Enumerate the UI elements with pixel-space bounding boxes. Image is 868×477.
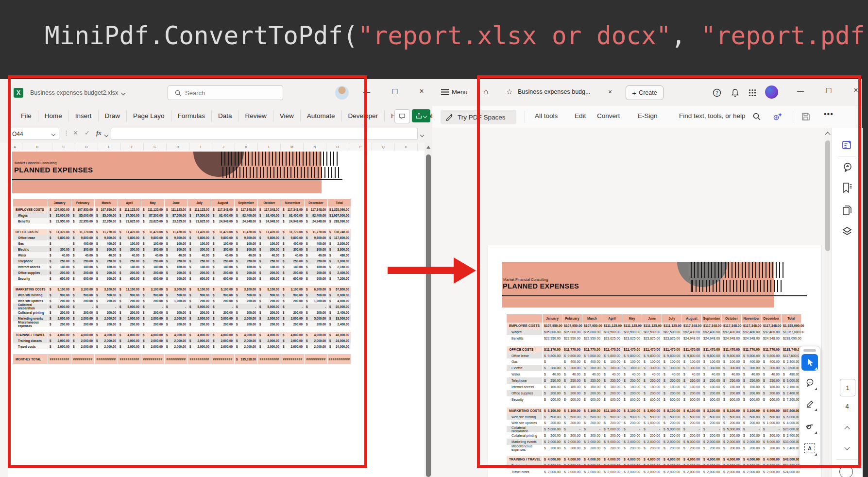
row-label[interactable]: OFFICE COSTS [13, 229, 48, 235]
table-cell[interactable]: $300.00 [71, 246, 95, 252]
table-cell[interactable]: $200.00 [235, 321, 258, 327]
table-cell[interactable]: $250.00 [305, 258, 328, 264]
table-cell[interactable]: $2,000.00 [258, 338, 281, 343]
column-header-H[interactable]: H [167, 143, 189, 151]
table-cell[interactable]: $180.00 [305, 264, 328, 270]
table-cell[interactable]: $40.00 [141, 252, 165, 258]
table-cell[interactable]: $180.00 [258, 264, 281, 270]
table-cell[interactable]: $4,000.00 [328, 298, 351, 304]
table-cell[interactable]: $200.00 [235, 298, 258, 304]
table-cell[interactable]: $600.00 [48, 275, 71, 281]
table-cell[interactable]: $300.00 [48, 246, 71, 252]
column-header-G[interactable]: G [144, 143, 167, 151]
excel-search-box[interactable]: Search [168, 85, 283, 100]
table-cell[interactable]: $200.00 [118, 298, 141, 304]
table-cell[interactable]: $11,770.00 [95, 229, 118, 235]
table-cell[interactable]: $200.00 [258, 309, 281, 315]
row-label[interactable]: Electric [13, 246, 48, 252]
table-cell[interactable]: $300.00 [188, 246, 211, 252]
table-cell[interactable]: $200.00 [258, 298, 281, 304]
table-cell[interactable]: $200.00 [48, 270, 71, 275]
table-cell[interactable]: $138,740.00 [328, 229, 351, 235]
pdf-tool-edit[interactable]: Edit [575, 112, 586, 119]
ribbon-tab-page-layo[interactable]: Page Layo [126, 110, 171, 122]
table-cell[interactable]: $400.00 [281, 240, 305, 246]
table-cell[interactable]: $92,400.00 [258, 212, 281, 218]
column-header-M[interactable]: M [281, 143, 304, 151]
table-cell[interactable]: $2,000.00 [165, 343, 188, 349]
pdf-scroll-up-icon[interactable] [825, 132, 830, 137]
table-cell[interactable]: $180.00 [95, 264, 118, 270]
table-cell[interactable]: $107,950.00 [71, 206, 95, 212]
layers-panel-icon[interactable] [840, 225, 854, 238]
table-cell[interactable]: $200.00 [165, 321, 188, 327]
table-cell[interactable]: $4,000.00 [258, 332, 281, 338]
table-cell[interactable]: $2,000.00 [95, 343, 118, 349]
table-cell[interactable]: January [48, 199, 71, 206]
formula-options-icon[interactable]: ⋮ [63, 129, 69, 136]
comments-panel-icon[interactable] [840, 161, 854, 174]
table-cell[interactable]: $40.00 [48, 252, 71, 258]
ribbon-tab-draw[interactable]: Draw [98, 110, 127, 122]
table-cell[interactable]: $3,100.00 [71, 286, 95, 292]
table-cell[interactable]: $6,900.00 [305, 286, 328, 292]
table-cell[interactable]: $4,000.00 [95, 332, 118, 338]
table-cell[interactable]: $300.00 [141, 246, 165, 252]
zoom-tool-icon[interactable] [839, 465, 853, 477]
ribbon-tab-file[interactable]: File [15, 110, 38, 122]
ribbon-tab-review[interactable]: Review [238, 110, 272, 122]
table-cell[interactable]: $11,770.00 [71, 229, 95, 235]
table-cell[interactable]: $600.00 [141, 275, 165, 281]
table-cell[interactable]: $- [211, 304, 235, 309]
table-cell[interactable]: ########## [118, 354, 141, 364]
table-cell[interactable]: $40.00 [95, 252, 118, 258]
table-cell[interactable]: $300.00 [95, 246, 118, 252]
table-cell[interactable]: ########## [48, 354, 71, 364]
table-cell[interactable]: $2,000.00 [71, 315, 95, 321]
table-cell[interactable]: $33,000.00 [328, 315, 351, 321]
table-cell[interactable]: $85,000.00 [71, 212, 95, 218]
table-cell[interactable]: $11,470.00 [165, 229, 188, 235]
table-cell[interactable]: $2,000.00 [71, 338, 95, 343]
table-cell[interactable]: $67,800.00 [328, 286, 351, 292]
table-cell[interactable]: August [211, 199, 235, 206]
table-cell[interactable]: $- [48, 240, 71, 246]
table-cell[interactable]: $200.00 [118, 309, 141, 315]
ribbon-tab-developer[interactable]: Developer [341, 110, 385, 122]
table-cell[interactable]: $48,000.00 [328, 332, 351, 338]
table-cell[interactable]: $23,625.00 [188, 218, 211, 224]
table-cell[interactable]: $200.00 [258, 270, 281, 275]
table-corner-cell[interactable] [13, 199, 48, 206]
table-cell[interactable]: $250.00 [258, 258, 281, 264]
table-cell[interactable]: $4,000.00 [188, 332, 211, 338]
table-cell[interactable]: $4,000.00 [235, 332, 258, 338]
draw-tool-button[interactable] [801, 418, 818, 435]
table-cell[interactable]: $8,100.00 [188, 286, 211, 292]
row-label[interactable]: Office supplies [13, 270, 48, 275]
table-cell[interactable]: $40.00 [211, 252, 235, 258]
table-cell[interactable]: $92,400.00 [235, 212, 258, 218]
table-cell[interactable]: $480.00 [328, 252, 351, 258]
table-cell[interactable]: $9,800.00 [95, 235, 118, 240]
table-cell[interactable]: $11,370.00 [48, 229, 71, 235]
pdf-tool-all-tools[interactable]: All tools [535, 112, 558, 119]
table-cell[interactable]: $- [165, 304, 188, 309]
table-cell[interactable]: $4,000.00 [305, 332, 328, 338]
table-cell[interactable]: $5,000.00 [188, 304, 211, 309]
table-cell[interactable]: $600.00 [188, 275, 211, 281]
table-cell[interactable]: May [141, 199, 165, 206]
ai-assistant-panel-icon[interactable] [840, 138, 854, 152]
table-cell[interactable]: $- [305, 304, 328, 309]
row-label[interactable]: Benefits [13, 218, 48, 224]
table-cell[interactable]: $200.00 [211, 298, 235, 304]
table-cell[interactable]: $85,000.00 [95, 212, 118, 218]
excel-vertical-scrollbar[interactable] [425, 143, 432, 477]
table-cell[interactable]: February [71, 199, 95, 206]
pdf-scrollbar-thumb[interactable] [825, 140, 830, 251]
table-cell[interactable]: $180.00 [71, 264, 95, 270]
table-cell[interactable]: $250.00 [235, 258, 258, 264]
table-cell[interactable]: $2,000.00 [95, 315, 118, 321]
table-cell[interactable]: $300.00 [235, 246, 258, 252]
table-cell[interactable]: $111,125.00 [141, 206, 165, 212]
row-label[interactable]: Water [13, 252, 48, 258]
